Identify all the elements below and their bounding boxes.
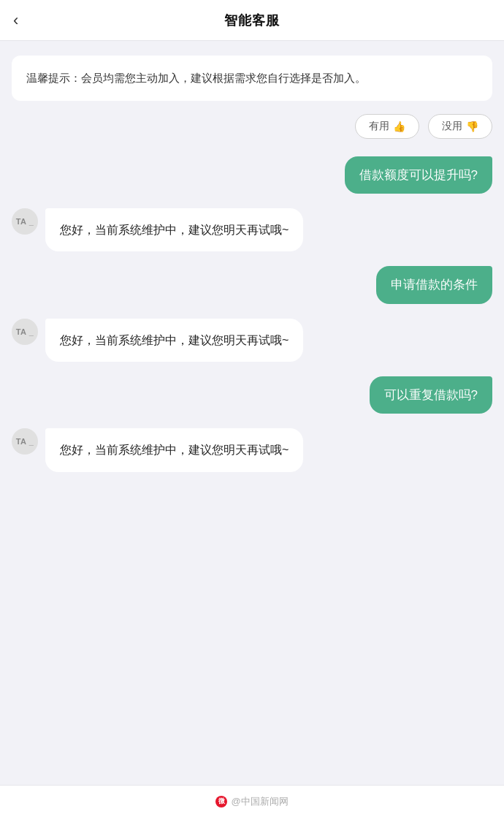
thumbs-up-icon: 👍 (393, 121, 405, 132)
back-button[interactable]: ‹ (13, 11, 18, 30)
bot-message-1-text: 您好，当前系统维护中，建议您明天再试哦~ (60, 224, 289, 236)
user-bubble-3: 可以重复借款吗? (370, 376, 492, 414)
user-bubble-2: 申请借款的条件 (376, 266, 492, 304)
bot-avatar-1: TA _ (12, 208, 38, 235)
header: ‹ 智能客服 (0, 0, 504, 41)
message-row-user-1: 借款额度可以提升吗? (12, 156, 492, 194)
user-message-2-text: 申请借款的条件 (391, 278, 478, 292)
watermark-bar: 微 @中国新闻网 (0, 785, 504, 817)
chat-area: 温馨提示：会员均需您主动加入，建议根据需求您自行选择是否加入。 有用 👍 没用 … (0, 41, 504, 785)
bot-bubble-3: 您好，当前系统维护中，建议您明天再试哦~ (45, 428, 303, 471)
bot-avatar-3: TA _ (12, 428, 38, 455)
user-message-1-text: 借款额度可以提升吗? (359, 168, 478, 182)
useful-label: 有用 (369, 120, 389, 133)
user-message-3-text: 可以重复借款吗? (384, 388, 478, 402)
bot-bubble-2: 您好，当前系统维护中，建议您明天再试哦~ (45, 319, 303, 362)
notice-text: 温馨提示：会员均需您主动加入，建议根据需求您自行选择是否加入。 (26, 72, 366, 84)
weibo-icon: 微 (215, 796, 227, 808)
message-row-user-2: 申请借款的条件 (12, 266, 492, 304)
bot-message-2-text: 您好，当前系统维护中，建议您明天再试哦~ (60, 334, 289, 346)
watermark-text: @中国新闻网 (231, 795, 288, 808)
feedback-row: 有用 👍 没用 👎 (12, 114, 492, 139)
useless-button[interactable]: 没用 👎 (428, 114, 492, 139)
thumbs-down-icon: 👎 (466, 121, 478, 132)
user-bubble-1: 借款额度可以提升吗? (345, 156, 492, 194)
notice-card: 温馨提示：会员均需您主动加入，建议根据需求您自行选择是否加入。 (12, 56, 492, 101)
bot-avatar-2: TA _ (12, 319, 38, 345)
useless-label: 没用 (442, 120, 462, 133)
page-title: 智能客服 (224, 12, 280, 29)
message-row-bot-2: TA _ 您好，当前系统维护中，建议您明天再试哦~ (12, 319, 492, 362)
message-row-user-3: 可以重复借款吗? (12, 376, 492, 414)
useful-button[interactable]: 有用 👍 (355, 114, 419, 139)
bot-message-3-text: 您好，当前系统维护中，建议您明天再试哦~ (60, 444, 289, 456)
bot-bubble-1: 您好，当前系统维护中，建议您明天再试哦~ (45, 208, 303, 251)
message-row-bot-1: TA _ 您好，当前系统维护中，建议您明天再试哦~ (12, 208, 492, 251)
message-row-bot-3: TA _ 您好，当前系统维护中，建议您明天再试哦~ (12, 428, 492, 471)
